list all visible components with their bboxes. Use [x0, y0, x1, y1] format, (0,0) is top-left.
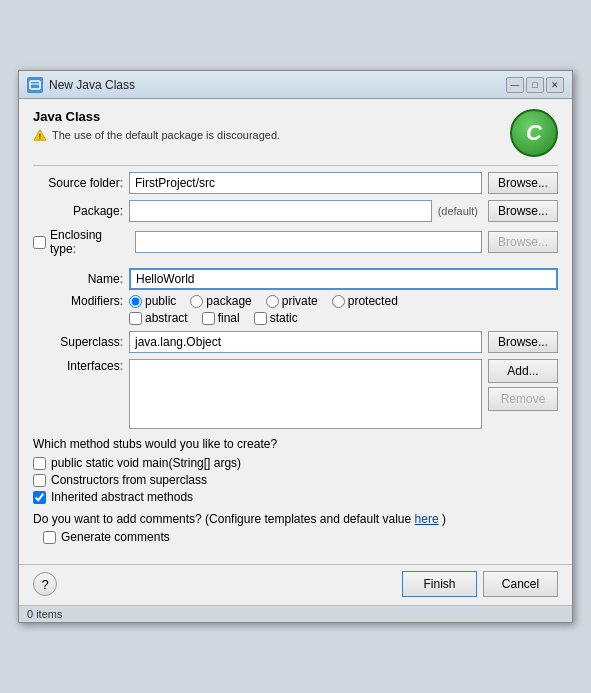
- status-text: 0 items: [27, 608, 62, 620]
- modifier-final-label: final: [218, 311, 240, 325]
- stub-inherited-label: Inherited abstract methods: [51, 490, 193, 504]
- stub-constructors-option[interactable]: Constructors from superclass: [33, 473, 558, 487]
- modifiers-checkbox-group: abstract final static: [129, 311, 398, 325]
- modifier-public-option[interactable]: public: [129, 294, 176, 308]
- stub-constructors-label: Constructors from superclass: [51, 473, 207, 487]
- modifier-package-radio[interactable]: [190, 295, 203, 308]
- enclosing-type-input[interactable]: [135, 231, 482, 253]
- package-default-text: (default): [438, 205, 478, 217]
- modifiers-row: Modifiers: public package private: [33, 294, 558, 325]
- interfaces-box: [129, 359, 482, 429]
- source-folder-browse-button[interactable]: Browse...: [488, 172, 558, 194]
- source-folder-input[interactable]: [129, 172, 482, 194]
- section-title: Java Class: [33, 109, 280, 124]
- name-label: Name:: [33, 272, 123, 286]
- stub-constructors-checkbox[interactable]: [33, 474, 46, 487]
- stub-main-option[interactable]: public static void main(String[] args): [33, 456, 558, 470]
- package-browse-button[interactable]: Browse...: [488, 200, 558, 222]
- modifier-private-option[interactable]: private: [266, 294, 318, 308]
- dialog-bottom-bar: ? Finish Cancel: [19, 564, 572, 605]
- minimize-button[interactable]: —: [506, 77, 524, 93]
- package-label: Package:: [33, 204, 123, 218]
- cancel-button[interactable]: Cancel: [483, 571, 558, 597]
- svg-text:!: !: [39, 133, 41, 140]
- modifier-private-label: private: [282, 294, 318, 308]
- comments-here-link[interactable]: here: [415, 512, 439, 526]
- svg-rect-0: [30, 81, 40, 89]
- superclass-input[interactable]: [129, 331, 482, 353]
- dialog-action-buttons: Finish Cancel: [402, 571, 558, 597]
- modifier-static-option[interactable]: static: [254, 311, 298, 325]
- window-icon: [27, 77, 43, 93]
- enclosing-type-browse-button[interactable]: Browse...: [488, 231, 558, 253]
- modifier-static-checkbox[interactable]: [254, 312, 267, 325]
- add-interface-button[interactable]: Add...: [488, 359, 558, 383]
- superclass-label: Superclass:: [33, 335, 123, 349]
- stub-inherited-option[interactable]: Inherited abstract methods: [33, 490, 558, 504]
- modifier-package-option[interactable]: package: [190, 294, 251, 308]
- modifier-final-option[interactable]: final: [202, 311, 240, 325]
- source-folder-label: Source folder:: [33, 176, 123, 190]
- warning-row: ! The use of the default package is disc…: [33, 128, 280, 142]
- modifier-package-label: package: [206, 294, 251, 308]
- maximize-button[interactable]: □: [526, 77, 544, 93]
- stub-inherited-checkbox[interactable]: [33, 491, 46, 504]
- stub-main-label: public static void main(String[] args): [51, 456, 241, 470]
- modifier-protected-option[interactable]: protected: [332, 294, 398, 308]
- name-row: Name:: [33, 268, 558, 290]
- comments-question-text: Do you want to add comments? (Configure …: [33, 512, 411, 526]
- close-button[interactable]: ✕: [546, 77, 564, 93]
- interfaces-buttons: Add... Remove: [488, 359, 558, 411]
- modifier-public-radio[interactable]: [129, 295, 142, 308]
- warning-text: The use of the default package is discou…: [52, 129, 280, 141]
- enclosing-type-checkbox[interactable]: [33, 236, 46, 249]
- stubs-section: Which method stubs would you like to cre…: [33, 437, 558, 504]
- generate-comments-label: Generate comments: [61, 530, 170, 544]
- new-java-class-dialog: New Java Class — □ ✕ Java Class ! The us…: [18, 70, 573, 623]
- modifier-final-checkbox[interactable]: [202, 312, 215, 325]
- modifier-abstract-label: abstract: [145, 311, 188, 325]
- comments-question-end: ): [442, 512, 446, 526]
- eclipse-logo: C: [510, 109, 558, 157]
- interfaces-row: Interfaces: Add... Remove: [33, 359, 558, 429]
- modifiers-options: public package private protected: [129, 294, 398, 325]
- superclass-browse-button[interactable]: Browse...: [488, 331, 558, 353]
- title-bar: New Java Class — □ ✕: [19, 71, 572, 99]
- generate-comments-checkbox[interactable]: [43, 531, 56, 544]
- separator-top: [33, 165, 558, 166]
- comments-question: Do you want to add comments? (Configure …: [33, 512, 558, 526]
- dialog-content: Java Class ! The use of the default pack…: [19, 99, 572, 564]
- superclass-row: Superclass: Browse...: [33, 331, 558, 353]
- name-input[interactable]: [129, 268, 558, 290]
- stub-main-checkbox[interactable]: [33, 457, 46, 470]
- remove-interface-button[interactable]: Remove: [488, 387, 558, 411]
- window-title: New Java Class: [49, 78, 500, 92]
- modifier-static-label: static: [270, 311, 298, 325]
- enclosing-type-left: Enclosing type:: [33, 228, 129, 256]
- modifier-abstract-checkbox[interactable]: [129, 312, 142, 325]
- stubs-question: Which method stubs would you like to cre…: [33, 437, 558, 451]
- modifiers-radio-group: public package private protected: [129, 294, 398, 308]
- source-folder-row: Source folder: Browse...: [33, 172, 558, 194]
- help-button[interactable]: ?: [33, 572, 57, 596]
- modifier-abstract-option[interactable]: abstract: [129, 311, 188, 325]
- enclosing-type-row: Enclosing type: Browse...: [33, 228, 558, 256]
- enclosing-type-label: Enclosing type:: [50, 228, 129, 256]
- comments-section: Do you want to add comments? (Configure …: [33, 512, 558, 544]
- modifier-protected-label: protected: [348, 294, 398, 308]
- modifier-private-radio[interactable]: [266, 295, 279, 308]
- package-row: Package: (default) Browse...: [33, 200, 558, 222]
- generate-comments-option[interactable]: Generate comments: [33, 530, 558, 544]
- modifier-public-label: public: [145, 294, 176, 308]
- warning-icon: !: [33, 128, 47, 142]
- window-controls: — □ ✕: [506, 77, 564, 93]
- dialog-header: Java Class ! The use of the default pack…: [33, 109, 558, 157]
- modifier-protected-radio[interactable]: [332, 295, 345, 308]
- header-left: Java Class ! The use of the default pack…: [33, 109, 280, 142]
- status-bar: 0 items: [19, 605, 572, 622]
- package-input[interactable]: [129, 200, 432, 222]
- modifiers-label: Modifiers:: [33, 294, 123, 308]
- interfaces-label: Interfaces:: [33, 359, 123, 373]
- finish-button[interactable]: Finish: [402, 571, 477, 597]
